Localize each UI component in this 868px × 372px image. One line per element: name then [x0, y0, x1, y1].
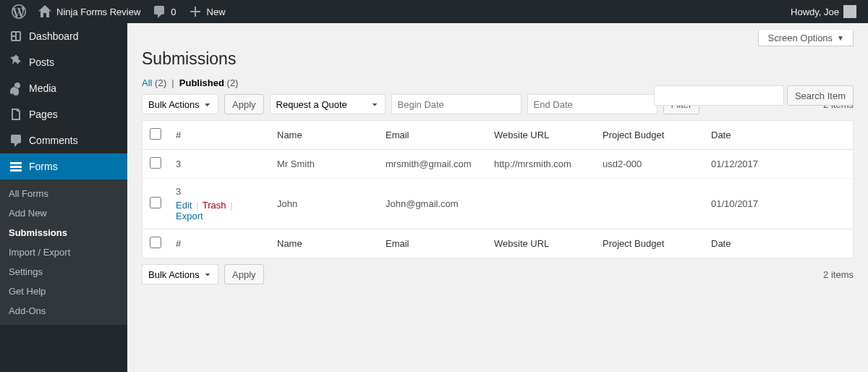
submenu-submissions[interactable]: Submissions	[0, 223, 127, 242]
row-actions: Edit | Trash | Export	[176, 200, 263, 221]
submenu-settings[interactable]: Settings	[0, 262, 127, 282]
row-checkbox[interactable]	[150, 197, 161, 208]
select-all-checkbox-bottom[interactable]	[150, 237, 161, 248]
sidebar-item-media[interactable]: Media	[0, 75, 127, 101]
sidebar-item-dashboard[interactable]: Dashboard	[0, 23, 127, 49]
screen-options-label: Screen Options	[767, 33, 833, 43]
apply-button-bottom[interactable]: Apply	[224, 264, 264, 284]
forms-icon	[9, 159, 23, 174]
col-date[interactable]: Date	[704, 229, 854, 258]
col-url[interactable]: Website URL	[487, 121, 595, 150]
bulk-actions-select[interactable]: Bulk Actions	[142, 94, 218, 114]
col-budget[interactable]: Project Budget	[595, 229, 704, 258]
col-url[interactable]: Website URL	[487, 229, 595, 258]
comment-icon	[152, 4, 166, 19]
col-date[interactable]: Date	[704, 121, 854, 150]
row-action-export[interactable]: Export	[176, 211, 203, 221]
select-all-checkbox-top[interactable]	[150, 128, 161, 140]
cell-budget: usd2-000	[595, 150, 704, 179]
form-select[interactable]: Request a Quote	[270, 94, 386, 114]
cell-date: 01/10/2017	[704, 179, 854, 229]
submenu-add-ons[interactable]: Add-Ons	[0, 301, 127, 321]
pages-icon	[9, 107, 23, 122]
filter-published[interactable]: Published	[179, 77, 224, 88]
submissions-table: # Name Email Website URL Project Budget …	[142, 120, 854, 258]
end-date-input[interactable]	[527, 94, 658, 114]
col-id[interactable]: #	[169, 229, 270, 258]
sidebar-item-posts[interactable]: Posts	[0, 49, 127, 75]
submenu-import-export[interactable]: Import / Export	[0, 242, 127, 262]
page-title: Submissions	[142, 49, 854, 69]
bulk-actions-select-bottom[interactable]: Bulk Actions	[142, 264, 218, 284]
howdy-text: Howdy, Joe	[791, 7, 839, 17]
cell-name: Mr Smith	[270, 150, 378, 179]
dashboard-icon	[9, 29, 23, 43]
row-action-edit[interactable]: Edit	[176, 200, 192, 211]
home-icon	[38, 4, 52, 19]
wp-logo[interactable]	[6, 0, 32, 23]
search-button[interactable]: Search Item	[787, 85, 854, 106]
row-action-trash[interactable]: Trash	[203, 200, 226, 211]
new-label: New	[207, 7, 226, 17]
filter-published-count: (2)	[227, 77, 239, 88]
cell-email: John@gmail.com	[378, 179, 487, 229]
cell-email: mrsmith@gmail.com	[378, 150, 487, 179]
site-title: Ninja Forms Review	[56, 7, 140, 17]
sidebar-item-label: Posts	[29, 56, 54, 68]
wordpress-icon	[12, 4, 26, 19]
begin-date-input[interactable]	[391, 94, 522, 114]
comments-icon	[9, 133, 23, 148]
apply-button-top[interactable]: Apply	[224, 94, 264, 114]
screen-options-toggle[interactable]: Screen Options ▼	[758, 30, 854, 46]
sidebar-item-label: Forms	[29, 161, 58, 172]
sidebar-item-forms[interactable]: Forms	[0, 153, 127, 179]
sidebar-item-comments[interactable]: Comments	[0, 127, 127, 153]
col-name[interactable]: Name	[270, 121, 378, 150]
search-input[interactable]	[654, 85, 784, 106]
col-budget[interactable]: Project Budget	[595, 121, 704, 150]
submenu-get-help[interactable]: Get Help	[0, 282, 127, 301]
col-id[interactable]: #	[169, 121, 270, 150]
cell-url	[487, 179, 595, 229]
cell-date: 01/12/2017	[704, 150, 854, 179]
sidebar-item-label: Dashboard	[29, 30, 79, 42]
filter-all[interactable]: All	[142, 77, 152, 88]
forms-submenu: All Forms Add New Submissions Import / E…	[0, 179, 127, 325]
col-email[interactable]: Email	[378, 121, 487, 150]
table-row: 3 Edit | Trash | Export John John@gmail.…	[142, 179, 854, 229]
posts-icon	[9, 55, 23, 69]
sidebar-item-label: Pages	[29, 109, 58, 120]
sidebar-item-label: Comments	[29, 135, 78, 146]
main-content: Screen Options ▼ Submissions All (2) | P…	[127, 23, 868, 372]
col-name[interactable]: Name	[270, 229, 378, 258]
avatar	[843, 5, 856, 18]
cell-url: http://mrsmith.com	[487, 150, 595, 179]
comments-count: 0	[171, 7, 176, 17]
admin-sidebar: Dashboard Posts Media Pages Comments For…	[0, 23, 127, 372]
chevron-down-icon: ▼	[837, 34, 844, 42]
filter-all-count: (2)	[155, 77, 166, 88]
admin-bar: Ninja Forms Review 0 New Howdy, Joe	[0, 0, 868, 23]
site-name-link[interactable]: Ninja Forms Review	[32, 0, 146, 23]
media-icon	[9, 81, 23, 96]
plus-icon	[188, 4, 203, 19]
row-checkbox[interactable]	[150, 157, 161, 169]
comments-link[interactable]: 0	[146, 0, 182, 23]
howdy-link[interactable]: Howdy, Joe	[785, 0, 862, 23]
cell-id: 3	[176, 186, 181, 197]
submenu-add-new[interactable]: Add New	[0, 203, 127, 223]
cell-name: John	[270, 179, 378, 229]
items-count-bottom: 2 items	[823, 269, 854, 280]
submenu-all-forms[interactable]: All Forms	[0, 184, 127, 203]
col-email[interactable]: Email	[378, 229, 487, 258]
sidebar-item-pages[interactable]: Pages	[0, 101, 127, 127]
table-row: 3 Mr Smith mrsmith@gmail.com http://mrsm…	[142, 150, 854, 179]
sidebar-item-label: Media	[29, 83, 56, 94]
cell-budget	[595, 179, 704, 229]
new-content-link[interactable]: New	[182, 0, 231, 23]
search-box: Search Item	[654, 85, 854, 106]
tablenav-bottom: Bulk Actions Apply 2 items	[142, 264, 854, 284]
cell-id: 3	[169, 150, 270, 179]
